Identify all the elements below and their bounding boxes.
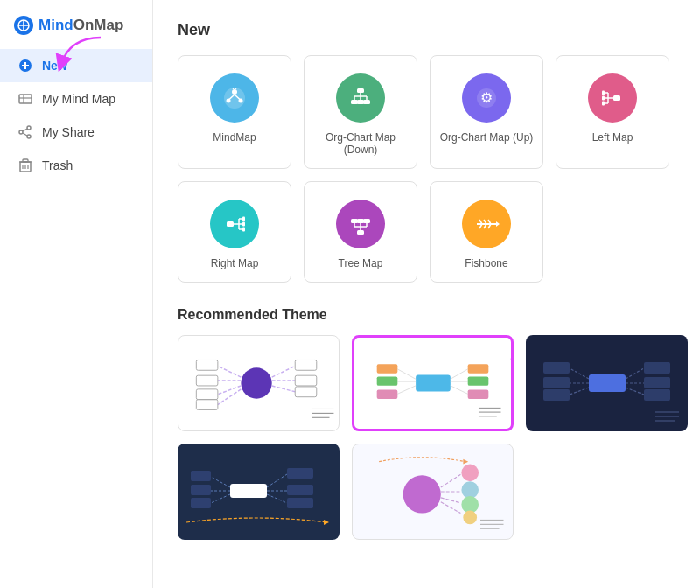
svg-rect-35: [363, 100, 370, 104]
svg-rect-55: [242, 228, 245, 232]
svg-line-112: [570, 388, 589, 395]
sidebar-item-trash-label: Trash: [42, 158, 73, 172]
svg-line-142: [441, 498, 461, 503]
svg-rect-62: [351, 219, 358, 223]
svg-line-118: [626, 388, 644, 395]
org-up-icon-circle: ⚙: [462, 74, 511, 122]
svg-line-96: [397, 386, 416, 394]
tree-map-label: Tree Map: [339, 257, 383, 270]
org-down-label: Org-Chart Map (Down): [313, 131, 408, 156]
right-map-icon-circle: [210, 200, 259, 248]
logo-text: MindOnMap: [38, 17, 123, 34]
svg-rect-131: [191, 471, 211, 481]
right-map-label: Right Map: [211, 257, 259, 270]
svg-rect-53: [242, 217, 245, 221]
theme-card-dark[interactable]: [526, 335, 688, 431]
svg-line-92: [397, 369, 416, 379]
svg-rect-34: [357, 100, 364, 104]
svg-rect-77: [196, 375, 218, 386]
new-section-title: New: [178, 21, 676, 39]
svg-point-12: [19, 130, 23, 134]
svg-text:⚙: ⚙: [480, 90, 493, 105]
recommended-theme-title: Recommended Theme: [178, 307, 676, 323]
svg-line-138: [441, 474, 461, 487]
svg-rect-127: [287, 485, 313, 495]
svg-rect-87: [295, 387, 317, 397]
svg-rect-129: [287, 498, 313, 508]
svg-rect-44: [602, 91, 605, 95]
map-card-org-down[interactable]: Org-Chart Map (Down): [304, 55, 417, 169]
sidebar-item-my-share[interactable]: My Share: [0, 116, 152, 149]
svg-rect-123: [230, 484, 267, 498]
svg-rect-113: [543, 389, 570, 401]
svg-line-124: [267, 474, 287, 487]
svg-line-128: [267, 494, 287, 503]
map-card-tree-map[interactable]: Tree Map: [304, 181, 417, 283]
svg-rect-54: [242, 222, 245, 227]
svg-point-11: [27, 135, 31, 138]
svg-rect-107: [589, 374, 626, 392]
sidebar-item-new[interactable]: New: [0, 49, 152, 82]
tree-map-icon-circle: [336, 200, 385, 248]
svg-rect-38: [613, 95, 620, 101]
theme-card-colorful[interactable]: [352, 335, 514, 431]
svg-line-108: [570, 368, 589, 379]
theme-colorful-svg: [354, 338, 511, 429]
new-icon: [18, 58, 33, 74]
svg-rect-83: [295, 360, 317, 370]
svg-rect-33: [351, 100, 358, 104]
svg-rect-125: [287, 468, 313, 479]
left-map-icon-circle: [588, 74, 637, 122]
sidebar-item-trash[interactable]: Trash: [0, 149, 152, 182]
svg-point-137: [403, 475, 441, 513]
svg-rect-135: [191, 498, 211, 508]
svg-rect-93: [377, 364, 398, 373]
sidebar-item-new-label: New: [42, 59, 67, 73]
left-map-icon: [599, 85, 626, 111]
left-map-label: Left Map: [592, 131, 634, 144]
svg-point-145: [463, 511, 477, 525]
svg-rect-27: [357, 88, 364, 93]
org-up-icon: ⚙: [473, 85, 500, 111]
sidebar-item-my-share-label: My Share: [42, 125, 94, 139]
trash-icon: [18, 158, 33, 173]
svg-line-114: [626, 368, 644, 379]
svg-rect-17: [23, 159, 28, 162]
sidebar-item-my-mind-map[interactable]: My Mind Map: [0, 82, 152, 116]
map-card-right-map[interactable]: Right Map: [178, 181, 291, 283]
tree-map-icon: [347, 211, 374, 237]
svg-rect-79: [196, 389, 218, 400]
map-type-grid: MindMap Org-Chart Map (Down): [178, 55, 676, 283]
map-card-mindmap[interactable]: MindMap: [178, 55, 291, 169]
svg-line-80: [218, 389, 242, 405]
svg-rect-97: [377, 390, 398, 399]
svg-rect-99: [468, 364, 489, 373]
theme-card-classic[interactable]: [178, 335, 340, 431]
svg-rect-47: [227, 221, 234, 227]
map-card-left-map[interactable]: Left Map: [556, 55, 669, 169]
svg-line-78: [218, 386, 242, 395]
fishbone-icon: [473, 211, 500, 237]
svg-line-130: [211, 477, 230, 487]
theme-card-light[interactable]: [352, 444, 514, 540]
svg-point-22: [232, 89, 237, 94]
svg-rect-81: [196, 400, 218, 410]
svg-rect-64: [363, 219, 370, 223]
org-down-icon: [347, 85, 374, 111]
theme-dark2-svg: [178, 444, 340, 540]
mindmap-icon: [221, 85, 248, 111]
sidebar: MindOnMap New My Mind Map My Share: [0, 0, 153, 588]
mind-map-icon: [18, 91, 33, 107]
share-icon: [18, 124, 33, 140]
svg-line-102: [451, 386, 468, 394]
svg-line-86: [272, 386, 296, 392]
theme-card-dark2[interactable]: [178, 444, 340, 540]
map-card-fishbone[interactable]: Fishbone: [430, 181, 543, 283]
svg-rect-46: [602, 102, 605, 106]
logo-area: MindOnMap: [0, 9, 152, 49]
logo-icon: [14, 16, 33, 35]
map-card-org-up[interactable]: ⚙ Org-Chart Map (Up): [430, 55, 543, 169]
theme-grid: [178, 335, 676, 540]
svg-marker-72: [496, 221, 500, 227]
svg-rect-63: [357, 219, 364, 223]
